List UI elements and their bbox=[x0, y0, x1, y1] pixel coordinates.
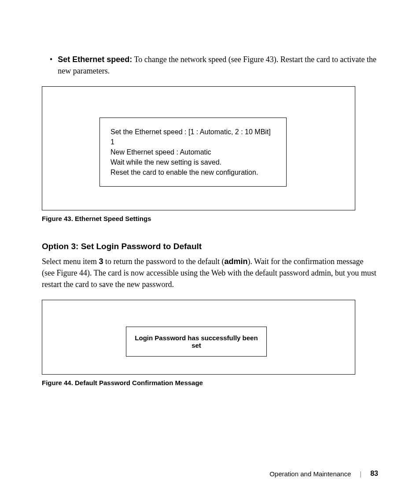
terminal-line: Wait while the new setting is saved. bbox=[111, 157, 276, 167]
footer-section: Operation and Maintenance bbox=[269, 470, 351, 478]
terminal-line: Reset the card to enable the new configu… bbox=[111, 167, 276, 177]
terminal-line: Set the Ethernet speed : [1 : Automatic,… bbox=[111, 127, 276, 137]
terminal-line: New Ethernet speed : Automatic bbox=[111, 147, 276, 157]
body-paragraph: Select menu item 3 to return the passwor… bbox=[42, 256, 378, 290]
figure-43-terminal: Set the Ethernet speed : [1 : Automatic,… bbox=[99, 118, 287, 187]
figure-43-caption: Figure 43. Ethernet Speed Settings bbox=[42, 215, 378, 222]
bullet-item: • Set Ethernet speed: To change the netw… bbox=[50, 54, 378, 77]
figure-43-box: Set the Ethernet speed : [1 : Automatic,… bbox=[42, 86, 355, 210]
page-footer: Operation and Maintenance | 83 bbox=[269, 470, 378, 478]
footer-divider: | bbox=[360, 470, 361, 478]
para-text: Select menu item bbox=[42, 257, 99, 266]
bullet-lead: Set Ethernet speed: bbox=[58, 55, 132, 64]
footer-page-number: 83 bbox=[370, 470, 378, 478]
bullet-glyph: • bbox=[50, 54, 52, 65]
terminal-line: 1 bbox=[111, 137, 276, 147]
para-bold: admin bbox=[224, 257, 247, 266]
figure-44-message: Login Password has successfully been set bbox=[126, 327, 267, 357]
section-heading: Option 3: Set Login Password to Default bbox=[42, 242, 378, 251]
figure-44-box: Login Password has successfully been set bbox=[42, 300, 355, 375]
document-page: • Set Ethernet speed: To change the netw… bbox=[0, 0, 420, 504]
bullet-text: Set Ethernet speed: To change the networ… bbox=[58, 54, 378, 77]
para-bold: 3 bbox=[99, 257, 103, 266]
figure-44-caption: Figure 44. Default Password Confirmation… bbox=[42, 379, 378, 386]
para-text: to return the password to the default ( bbox=[103, 257, 224, 266]
